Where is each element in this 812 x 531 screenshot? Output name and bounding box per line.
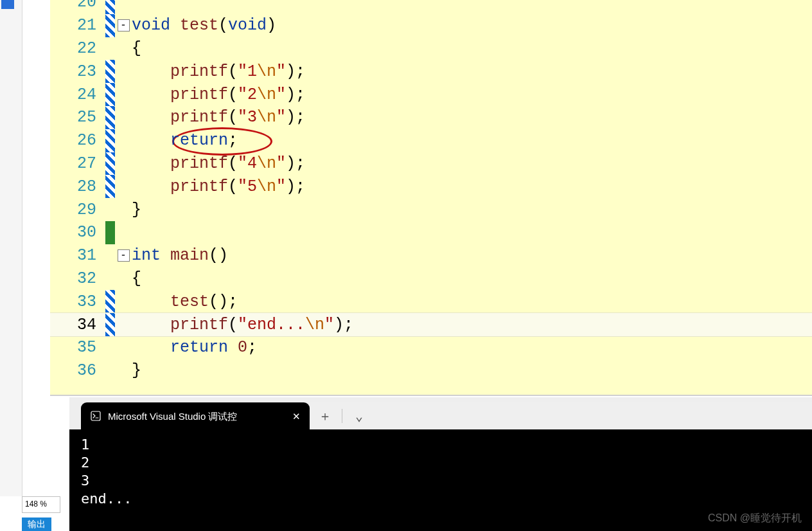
terminal-output[interactable]: 1 2 3 end... [69, 429, 812, 531]
code-line[interactable]: 25 printf("3\n"); [50, 106, 812, 129]
change-marker [105, 175, 115, 198]
line-number: 21 [50, 16, 105, 35]
terminal-tab[interactable]: Microsoft Visual Studio 调试控 ✕ [81, 402, 310, 429]
code-text[interactable]: printf("5\n"); [132, 179, 305, 195]
line-number: 22 [50, 39, 105, 58]
fold-toggle-button[interactable]: - [118, 249, 130, 262]
code-text[interactable]: printf("1\n"); [132, 64, 305, 80]
watermark-text: CSDN @睡觉待开机 [708, 512, 802, 523]
code-text[interactable]: printf("2\n"); [132, 87, 305, 103]
line-number: 20 [50, 0, 105, 12]
code-line[interactable]: 36} [50, 359, 812, 382]
line-number: 28 [50, 177, 105, 196]
change-marker [105, 37, 115, 60]
change-marker [105, 129, 115, 152]
code-line[interactable]: 31-int main() [50, 244, 812, 267]
line-number: 23 [50, 62, 105, 81]
line-number: 31 [50, 246, 105, 265]
change-marker [105, 313, 115, 336]
chevron-down-icon: ⌄ [355, 408, 363, 424]
change-marker [105, 221, 115, 244]
change-marker [105, 359, 115, 382]
line-number: 33 [50, 292, 105, 311]
code-text[interactable]: { [132, 40, 141, 57]
code-text[interactable]: return 0; [132, 339, 257, 356]
zoom-value: 148 % [25, 500, 47, 509]
code-text[interactable]: } [132, 363, 141, 379]
change-marker [105, 336, 115, 359]
change-marker [105, 152, 115, 176]
terminal-panel: Microsoft Visual Studio 调试控 ✕ ＋ ⌄ 1 2 3 … [69, 397, 812, 531]
change-marker [105, 83, 115, 106]
line-number: 36 [50, 361, 105, 380]
code-text[interactable]: int main() [132, 248, 228, 264]
code-text[interactable]: } [132, 202, 141, 218]
code-text[interactable]: { [132, 271, 141, 287]
terminal-tab-title: Microsoft Visual Studio 调试控 [108, 411, 284, 421]
change-marker [105, 0, 115, 14]
line-number: 26 [50, 131, 105, 150]
tab-menu-button[interactable]: ⌄ [350, 407, 368, 425]
left-gutter [0, 0, 22, 496]
change-marker [105, 244, 115, 267]
divider [342, 409, 342, 423]
code-line[interactable]: 20 [50, 0, 812, 14]
code-line[interactable]: 28 printf("5\n"); [50, 175, 812, 198]
fold-column: - [115, 249, 132, 262]
line-number: 35 [50, 338, 105, 357]
change-marker [105, 267, 115, 291]
change-marker [105, 60, 115, 83]
code-text[interactable]: printf("4\n"); [132, 156, 305, 172]
new-tab-button[interactable]: ＋ [316, 407, 334, 425]
output-tab-label: 输出 [28, 519, 46, 529]
change-marker [105, 106, 115, 129]
code-line[interactable]: 35 return 0; [50, 336, 812, 359]
line-number: 24 [50, 86, 105, 104]
code-line[interactable]: 27 printf("4\n"); [50, 152, 812, 176]
line-number: 25 [50, 108, 105, 127]
line-number: 29 [50, 201, 105, 219]
code-line[interactable]: 32{ [50, 267, 812, 291]
svg-rect-0 [91, 411, 100, 420]
code-line[interactable]: 21-void test(void) [50, 14, 812, 37]
terminal-icon [90, 410, 102, 422]
code-text[interactable]: test(); [132, 294, 238, 310]
line-number: 34 [50, 316, 105, 334]
line-number: 30 [50, 223, 105, 242]
change-marker [105, 14, 115, 37]
zoom-input[interactable]: 148 % [22, 496, 60, 513]
code-text[interactable]: printf("end...\n"); [132, 317, 353, 333]
code-editor[interactable]: 2021-void test(void)22{23 printf("1\n");… [50, 0, 812, 396]
code-line[interactable]: 23 printf("1\n"); [50, 60, 812, 83]
output-panel-tab[interactable]: 输出 [22, 518, 51, 531]
code-line[interactable]: 30 [50, 221, 812, 244]
line-number: 32 [50, 269, 105, 288]
code-line[interactable]: 26 return; [50, 129, 812, 152]
change-marker [105, 198, 115, 221]
terminal-tab-strip: Microsoft Visual Studio 调试控 ✕ ＋ ⌄ [81, 402, 812, 429]
navigation-marker [1, 0, 14, 9]
code-text[interactable]: printf("3\n"); [132, 109, 305, 125]
close-icon[interactable]: ✕ [290, 411, 302, 421]
fold-toggle-button[interactable]: - [118, 19, 130, 32]
code-text[interactable]: void test(void) [132, 17, 276, 33]
change-marker [105, 290, 115, 313]
line-number: 27 [50, 154, 105, 173]
code-text[interactable]: return; [132, 132, 238, 148]
code-line[interactable]: 34 printf("end...\n"); [50, 313, 812, 336]
fold-column: - [115, 19, 132, 32]
code-line[interactable]: 24 printf("2\n"); [50, 83, 812, 106]
code-line[interactable]: 33 test(); [50, 290, 812, 313]
watermark: CSDN @睡觉待开机 [708, 513, 802, 523]
code-line[interactable]: 22{ [50, 37, 812, 60]
code-line[interactable]: 29} [50, 198, 812, 221]
